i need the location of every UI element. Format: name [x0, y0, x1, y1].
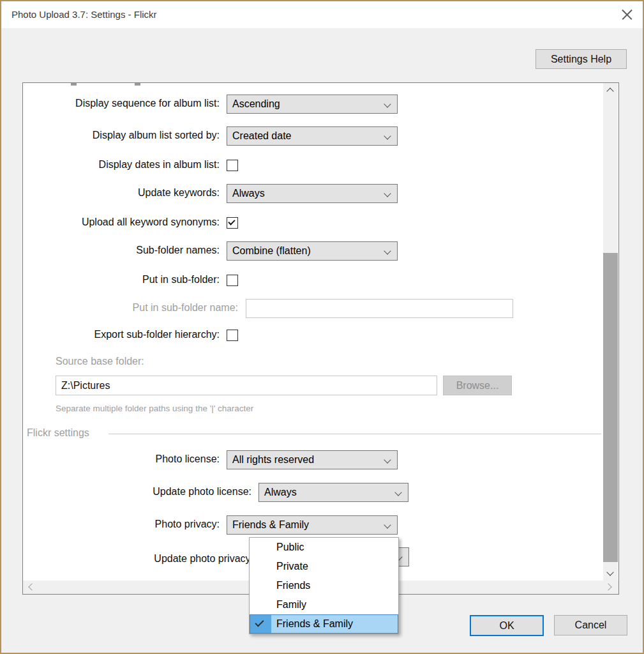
export-hierarchy-label: Export sub-folder hierarchy: [23, 329, 220, 340]
settings-help-button[interactable]: Settings Help [535, 49, 627, 69]
update-keywords-label: Update keywords: [23, 187, 220, 199]
vertical-scrollbar[interactable] [603, 83, 618, 581]
update-keywords-dropdown[interactable]: Always [227, 184, 398, 203]
album-sort-value: Created date [232, 130, 292, 142]
clipped-control-fragment [71, 83, 77, 86]
menu-item-private[interactable]: Private [250, 557, 398, 576]
upload-synonyms-label: Upload all keyword synonyms: [23, 217, 220, 228]
chevron-down-icon [384, 521, 391, 528]
subfolder-names-dropdown[interactable]: Combine (flatten) [227, 241, 398, 261]
scroll-up-icon[interactable] [606, 87, 613, 95]
album-sort-dropdown[interactable]: Created date [227, 126, 398, 146]
vertical-scrollbar-thumb[interactable] [603, 253, 618, 562]
folder-paths-hint: Separate multiple folder paths using the… [56, 404, 253, 413]
checkmark-icon [228, 218, 235, 225]
ok-button[interactable]: OK [470, 615, 544, 636]
section-divider [109, 434, 601, 434]
title-bar: Photo Upload 3.7: Settings - Flickr [1, 1, 643, 28]
menu-item-label: Friends & Family [276, 618, 353, 629]
subfolder-name-label: Put in sub-folder name: [23, 302, 238, 314]
browse-button[interactable]: Browse... [443, 376, 512, 395]
export-hierarchy-checkbox[interactable] [227, 330, 238, 341]
photo-license-label: Photo license: [23, 453, 220, 465]
chevron-down-icon [384, 132, 391, 139]
menu-item-friends[interactable]: Friends [250, 576, 398, 595]
settings-panel: Display sequence for album list: Ascendi… [22, 82, 619, 595]
scroll-right-icon[interactable] [604, 583, 611, 590]
update-photo-license-label: Update photo license: [23, 486, 251, 498]
chevron-down-icon [384, 456, 391, 463]
album-sort-label: Display album list sorted by: [23, 130, 220, 141]
chevron-down-icon [394, 489, 401, 496]
display-sequence-label: Display sequence for album list: [23, 98, 220, 109]
checkmark-icon [255, 618, 264, 627]
chevron-down-icon [384, 247, 391, 254]
scroll-left-icon[interactable] [28, 583, 35, 590]
menu-item-friends-and-family[interactable]: Friends & Family [250, 614, 398, 634]
close-button[interactable] [620, 7, 635, 22]
put-in-subfolder-checkbox[interactable] [227, 275, 238, 286]
photo-privacy-menu: Public Private Friends Family Friends & … [249, 537, 399, 634]
settings-dialog: Photo Upload 3.7: Settings - Flickr Sett… [0, 0, 644, 654]
source-base-folder-input[interactable] [56, 376, 437, 395]
chevron-down-icon [384, 100, 391, 107]
display-dates-label: Display dates in album list: [23, 159, 220, 171]
photo-license-dropdown[interactable]: All rights reserved [227, 450, 398, 469]
update-photo-license-value: Always [264, 487, 297, 498]
update-photo-privacy-label: Update photo privacy: [23, 553, 253, 565]
update-photo-license-dropdown[interactable]: Always [258, 483, 408, 502]
chevron-down-icon [384, 190, 391, 197]
subfolder-name-input[interactable] [246, 299, 513, 318]
photo-privacy-dropdown[interactable]: Friends & Family [227, 515, 398, 535]
menu-item-family[interactable]: Family [250, 595, 398, 614]
clipped-control-fragment [135, 83, 140, 86]
display-sequence-value: Ascending [232, 98, 280, 110]
display-sequence-dropdown[interactable]: Ascending [227, 95, 398, 114]
window-title: Photo Upload 3.7: Settings - Flickr [11, 1, 157, 28]
subfolder-names-label: Sub-folder names: [23, 245, 220, 256]
selected-check-cell [250, 615, 271, 633]
photo-privacy-value: Friends & Family [232, 519, 309, 531]
put-in-subfolder-label: Put in sub-folder: [23, 274, 220, 285]
update-keywords-value: Always [232, 188, 265, 199]
scroll-down-icon[interactable] [606, 568, 613, 575]
menu-item-public[interactable]: Public [250, 538, 398, 557]
upload-synonyms-checkbox[interactable] [227, 217, 238, 229]
display-dates-checkbox[interactable] [227, 160, 238, 171]
subfolder-names-value: Combine (flatten) [232, 245, 311, 257]
cancel-button[interactable]: Cancel [554, 615, 627, 635]
photo-license-value: All rights reserved [232, 454, 314, 466]
source-base-folder-label: Source base folder: [56, 356, 144, 367]
flickr-settings-heading: Flickr settings [27, 427, 89, 439]
photo-privacy-label: Photo privacy: [23, 519, 220, 530]
